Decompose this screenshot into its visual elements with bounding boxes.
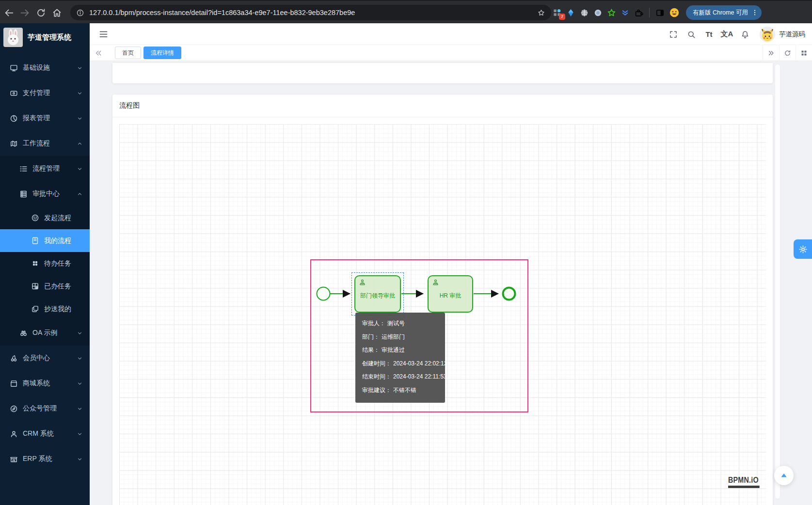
ext-globe-icon[interactable]	[580, 8, 589, 17]
card-header: 流程图	[112, 95, 773, 117]
grid-split-icon	[31, 282, 39, 290]
sidebar-item-oa-demo[interactable]: OA 示例	[0, 320, 90, 346]
ext-kite-icon[interactable]	[566, 8, 575, 17]
bpmn-io-watermark[interactable]: BPMN.iO	[728, 476, 760, 488]
chevrons-right-icon[interactable]	[763, 45, 779, 61]
sidebar-item-my-process[interactable]: 我的流程	[0, 229, 90, 252]
chevron-down-icon	[77, 330, 83, 336]
sidebar-item-infra[interactable]: 基础设施	[0, 55, 90, 80]
grid-icon[interactable]	[796, 45, 812, 61]
user-task-icon	[359, 279, 366, 286]
sidebar-item-crm[interactable]: CRM 系统	[0, 421, 90, 446]
sidebar-item-member[interactable]: 会员中心	[0, 346, 90, 371]
sidebar-item-initiate-process[interactable]: 发起流程	[0, 206, 90, 229]
sidebar-item-report[interactable]: 报表管理	[0, 106, 90, 131]
tab-1[interactable]: 流程详情	[143, 47, 181, 59]
bpmn-canvas[interactable]: 部门领导审批 HR 审批 审批人：测试号部门：运维部门结果：审批通过创建时间：2…	[119, 124, 766, 505]
tooltip-value: 测试号	[387, 320, 405, 327]
ext-grid-icon[interactable]: 7	[553, 8, 562, 17]
tooltip-label: 审批建议：	[362, 387, 391, 394]
process-list-icon	[19, 165, 28, 173]
emoji-avatar-icon[interactable]	[669, 7, 680, 18]
triangle-up-icon	[780, 471, 788, 480]
book-icon	[31, 237, 39, 245]
user-task-hr[interactable]: HR 审批	[428, 275, 473, 313]
tooltip-row: 审批建议：不错不错	[362, 384, 445, 397]
sidebar-item-erp[interactable]: ERP 系统	[0, 446, 90, 472]
chevron-down-icon	[77, 65, 83, 71]
sidebar-item-approval-center[interactable]: 审批中心	[0, 181, 90, 206]
font-size-icon[interactable]: Tt	[700, 23, 718, 45]
chevron-down-icon	[77, 380, 83, 387]
bookmark-star-icon[interactable]	[537, 9, 545, 17]
ext-star-icon[interactable]	[607, 8, 616, 17]
app-logo[interactable]: 芋道管理系统	[0, 23, 90, 51]
user-icon	[10, 430, 18, 438]
gear-icon	[798, 245, 808, 254]
sidebar-item-done-task[interactable]: 已办任务	[0, 275, 90, 298]
avatar	[760, 27, 775, 42]
payment-icon	[10, 89, 18, 97]
tooltip-row: 部门：运维部门	[362, 331, 445, 344]
process-diagram-card: 流程图 部门领导审批	[112, 95, 773, 505]
fullscreen-icon[interactable]	[664, 23, 682, 45]
sidebar-item-process-mgmt[interactable]: 流程管理	[0, 156, 90, 181]
end-event[interactable]	[503, 288, 515, 300]
chevron-down-icon	[77, 456, 83, 462]
card-above-partial	[112, 63, 773, 83]
monitor-icon	[10, 64, 18, 72]
tab-0[interactable]: 首页	[115, 47, 141, 59]
tooltip-label: 审批人：	[362, 320, 385, 327]
chevron-down-icon	[77, 166, 83, 172]
pie-chart-icon	[10, 114, 18, 123]
chevron-down-icon	[77, 406, 83, 412]
back-icon[interactable]	[4, 8, 14, 18]
sidebar-item-payment[interactable]: 支付管理	[0, 80, 90, 106]
user-task-dept-leader[interactable]: 部门领导审批	[354, 275, 401, 313]
tooltip-value: 审批通过	[382, 347, 405, 353]
chevron-up-icon	[77, 191, 83, 197]
translate-icon[interactable]: 文A	[718, 23, 736, 45]
pinwheel-icon	[31, 259, 39, 268]
ext-chevrons-icon[interactable]	[621, 8, 630, 17]
ext-dot-icon[interactable]	[593, 8, 603, 17]
search-icon[interactable]	[682, 23, 700, 45]
puzzle-icon[interactable]	[634, 8, 643, 17]
forward-icon[interactable]	[20, 8, 30, 18]
binoculars-icon	[19, 329, 28, 337]
collapse-menu-icon[interactable]	[98, 29, 109, 39]
user-menu[interactable]: 芋道源码	[754, 27, 812, 42]
workflow-icon	[10, 140, 18, 148]
compass-icon	[10, 405, 18, 413]
cherry-icon	[10, 354, 18, 363]
home-icon[interactable]	[52, 8, 62, 18]
scrollbar-thumb[interactable]	[775, 64, 780, 499]
url-bar[interactable]: 127.0.0.1/bpm/process-instance/detail?id…	[70, 5, 551, 20]
sidebar-item-official-account[interactable]: 公众号管理	[0, 396, 90, 421]
sidebar-item-cc-me[interactable]: 抄送我的	[0, 298, 90, 320]
tooltip-label: 结果：	[362, 347, 380, 353]
chevron-down-icon	[77, 431, 83, 437]
toolbar-separator	[649, 8, 650, 17]
tooltip-label: 部门：	[362, 333, 380, 340]
dots-vertical-icon[interactable]	[751, 9, 759, 16]
approval-icon	[19, 190, 28, 198]
sidebar-item-todo-task[interactable]: 待办任务	[0, 252, 90, 275]
tabs-bar: 首页流程详情	[90, 45, 812, 61]
sidebar-item-workflow[interactable]: 工作流程	[0, 131, 90, 156]
reload-icon[interactable]	[36, 8, 46, 18]
settings-gear-button[interactable]	[794, 239, 812, 259]
site-info-icon[interactable]	[76, 9, 84, 17]
username: 芋道源码	[779, 30, 805, 39]
sidebar-item-mall[interactable]: 商城系统	[0, 371, 90, 396]
shop-icon	[10, 379, 18, 388]
chrome-update-button[interactable]: 有新版 Chrome 可用	[686, 5, 762, 20]
card-title: 流程图	[119, 101, 140, 110]
reload-icon[interactable]	[779, 45, 796, 61]
back-to-top-button[interactable]	[774, 466, 794, 485]
chevrons-left-icon[interactable]	[95, 49, 103, 57]
start-event[interactable]	[317, 287, 330, 300]
side-panel-icon[interactable]	[655, 8, 665, 17]
bell-icon[interactable]	[736, 23, 754, 45]
browser-toolbar: 127.0.0.1/bpm/process-instance/detail?id…	[0, 0, 812, 23]
